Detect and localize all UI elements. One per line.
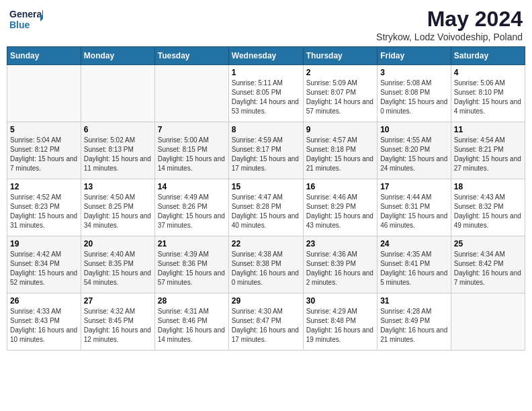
day-number: 18 — [454, 182, 522, 191]
day-number: 4 — [454, 68, 522, 77]
day-cell: 1Sunrise: 5:11 AM Sunset: 8:05 PM Daylig… — [228, 65, 303, 122]
col-header-wednesday: Wednesday — [228, 47, 303, 65]
svg-text:Blue: Blue — [9, 19, 30, 30]
day-cell: 15Sunrise: 4:47 AM Sunset: 8:28 PM Dayli… — [228, 179, 303, 236]
day-info: Sunrise: 5:08 AM Sunset: 8:08 PM Dayligh… — [380, 79, 448, 116]
day-cell: 14Sunrise: 4:49 AM Sunset: 8:26 PM Dayli… — [154, 179, 228, 236]
header-row: SundayMondayTuesdayWednesdayThursdayFrid… — [7, 47, 525, 65]
day-number: 29 — [232, 296, 300, 306]
day-cell: 25Sunrise: 4:34 AM Sunset: 8:42 PM Dayli… — [451, 236, 525, 293]
svg-text:General: General — [9, 9, 43, 19]
day-cell: 28Sunrise: 4:31 AM Sunset: 8:46 PM Dayli… — [154, 293, 228, 351]
day-info: Sunrise: 4:29 AM Sunset: 8:48 PM Dayligh… — [306, 307, 374, 345]
day-number: 19 — [10, 239, 78, 248]
day-number: 13 — [84, 182, 152, 191]
day-info: Sunrise: 5:02 AM Sunset: 8:13 PM Dayligh… — [84, 136, 152, 173]
day-number: 26 — [10, 296, 78, 306]
day-cell: 30Sunrise: 4:29 AM Sunset: 8:48 PM Dayli… — [303, 293, 377, 351]
day-info: Sunrise: 4:34 AM Sunset: 8:42 PM Dayligh… — [454, 250, 522, 287]
logo-svg: General Blue — [9, 7, 43, 34]
day-number: 15 — [232, 182, 300, 191]
day-number: 6 — [84, 125, 152, 134]
day-cell: 19Sunrise: 4:42 AM Sunset: 8:34 PM Dayli… — [7, 236, 81, 293]
title-block: May 2024 Strykow, Lodz Voivodeship, Pola… — [376, 7, 523, 42]
day-number: 11 — [454, 125, 522, 134]
day-info: Sunrise: 5:09 AM Sunset: 8:07 PM Dayligh… — [306, 79, 374, 116]
day-cell: 23Sunrise: 4:36 AM Sunset: 8:39 PM Dayli… — [303, 236, 377, 293]
day-number: 20 — [84, 239, 152, 248]
day-info: Sunrise: 4:36 AM Sunset: 8:39 PM Dayligh… — [306, 250, 374, 287]
day-number: 7 — [158, 125, 226, 134]
day-info: Sunrise: 4:43 AM Sunset: 8:32 PM Dayligh… — [454, 193, 522, 230]
day-info: Sunrise: 4:39 AM Sunset: 8:36 PM Dayligh… — [158, 250, 226, 287]
day-cell: 13Sunrise: 4:50 AM Sunset: 8:25 PM Dayli… — [81, 179, 154, 236]
day-number: 30 — [306, 296, 374, 306]
day-cell: 3Sunrise: 5:08 AM Sunset: 8:08 PM Daylig… — [378, 65, 451, 122]
day-number: 14 — [158, 182, 226, 191]
day-number: 8 — [232, 125, 300, 134]
day-cell: 12Sunrise: 4:52 AM Sunset: 8:23 PM Dayli… — [7, 179, 81, 236]
day-cell: 4Sunrise: 5:06 AM Sunset: 8:10 PM Daylig… — [451, 65, 525, 122]
col-header-friday: Friday — [378, 47, 451, 65]
day-number: 12 — [10, 182, 78, 191]
week-row-2: 5Sunrise: 5:04 AM Sunset: 8:12 PM Daylig… — [7, 122, 525, 179]
col-header-monday: Monday — [81, 47, 154, 65]
day-cell: 8Sunrise: 4:59 AM Sunset: 8:17 PM Daylig… — [228, 122, 303, 179]
day-cell: 2Sunrise: 5:09 AM Sunset: 8:07 PM Daylig… — [303, 65, 377, 122]
day-number: 24 — [380, 239, 448, 248]
day-number: 16 — [306, 182, 374, 191]
day-cell: 10Sunrise: 4:55 AM Sunset: 8:20 PM Dayli… — [378, 122, 451, 179]
day-number: 9 — [306, 125, 374, 134]
day-info: Sunrise: 5:00 AM Sunset: 8:15 PM Dayligh… — [158, 136, 226, 173]
day-info: Sunrise: 4:28 AM Sunset: 8:49 PM Dayligh… — [380, 307, 448, 345]
col-header-sunday: Sunday — [7, 47, 81, 65]
day-info: Sunrise: 4:31 AM Sunset: 8:46 PM Dayligh… — [158, 307, 226, 345]
week-row-4: 19Sunrise: 4:42 AM Sunset: 8:34 PM Dayli… — [7, 236, 525, 293]
day-cell — [451, 293, 525, 351]
day-number: 31 — [380, 296, 448, 306]
day-cell: 22Sunrise: 4:38 AM Sunset: 8:38 PM Dayli… — [228, 236, 303, 293]
day-info: Sunrise: 4:32 AM Sunset: 8:45 PM Dayligh… — [84, 307, 152, 345]
day-info: Sunrise: 4:33 AM Sunset: 8:43 PM Dayligh… — [10, 307, 78, 345]
day-number: 17 — [380, 182, 448, 191]
day-info: Sunrise: 5:04 AM Sunset: 8:12 PM Dayligh… — [10, 136, 78, 173]
logo: General Blue — [9, 7, 43, 34]
day-cell — [7, 65, 81, 122]
day-cell: 17Sunrise: 4:44 AM Sunset: 8:31 PM Dayli… — [378, 179, 451, 236]
col-header-thursday: Thursday — [303, 47, 377, 65]
day-info: Sunrise: 4:59 AM Sunset: 8:17 PM Dayligh… — [232, 136, 300, 173]
location-subtitle: Strykow, Lodz Voivodeship, Poland — [376, 32, 523, 42]
day-number: 22 — [232, 239, 300, 248]
day-number: 28 — [158, 296, 226, 306]
day-cell: 18Sunrise: 4:43 AM Sunset: 8:32 PM Dayli… — [451, 179, 525, 236]
day-info: Sunrise: 4:55 AM Sunset: 8:20 PM Dayligh… — [380, 136, 448, 173]
day-cell: 5Sunrise: 5:04 AM Sunset: 8:12 PM Daylig… — [7, 122, 81, 179]
day-info: Sunrise: 4:50 AM Sunset: 8:25 PM Dayligh… — [84, 193, 152, 230]
calendar-table: SundayMondayTuesdayWednesdayThursdayFrid… — [7, 46, 525, 351]
day-number: 5 — [10, 125, 78, 134]
day-info: Sunrise: 4:54 AM Sunset: 8:21 PM Dayligh… — [454, 136, 522, 173]
day-number: 21 — [158, 239, 226, 248]
day-number: 23 — [306, 239, 374, 248]
col-header-tuesday: Tuesday — [154, 47, 228, 65]
week-row-1: 1Sunrise: 5:11 AM Sunset: 8:05 PM Daylig… — [7, 65, 525, 122]
day-cell: 21Sunrise: 4:39 AM Sunset: 8:36 PM Dayli… — [154, 236, 228, 293]
day-info: Sunrise: 5:06 AM Sunset: 8:10 PM Dayligh… — [454, 79, 522, 116]
day-cell: 7Sunrise: 5:00 AM Sunset: 8:15 PM Daylig… — [154, 122, 228, 179]
day-cell: 16Sunrise: 4:46 AM Sunset: 8:29 PM Dayli… — [303, 179, 377, 236]
month-title: May 2024 — [376, 7, 523, 32]
week-row-3: 12Sunrise: 4:52 AM Sunset: 8:23 PM Dayli… — [7, 179, 525, 236]
day-cell — [81, 65, 154, 122]
day-info: Sunrise: 4:47 AM Sunset: 8:28 PM Dayligh… — [232, 193, 300, 230]
day-cell: 6Sunrise: 5:02 AM Sunset: 8:13 PM Daylig… — [81, 122, 154, 179]
day-number: 27 — [84, 296, 152, 306]
day-info: Sunrise: 4:30 AM Sunset: 8:47 PM Dayligh… — [232, 307, 300, 345]
day-number: 10 — [380, 125, 448, 134]
day-cell — [154, 65, 228, 122]
day-info: Sunrise: 4:57 AM Sunset: 8:18 PM Dayligh… — [306, 136, 374, 173]
day-info: Sunrise: 4:49 AM Sunset: 8:26 PM Dayligh… — [158, 193, 226, 230]
day-cell: 26Sunrise: 4:33 AM Sunset: 8:43 PM Dayli… — [7, 293, 81, 351]
day-info: Sunrise: 4:52 AM Sunset: 8:23 PM Dayligh… — [10, 193, 78, 230]
day-number: 1 — [232, 68, 300, 77]
day-cell: 20Sunrise: 4:40 AM Sunset: 8:35 PM Dayli… — [81, 236, 154, 293]
